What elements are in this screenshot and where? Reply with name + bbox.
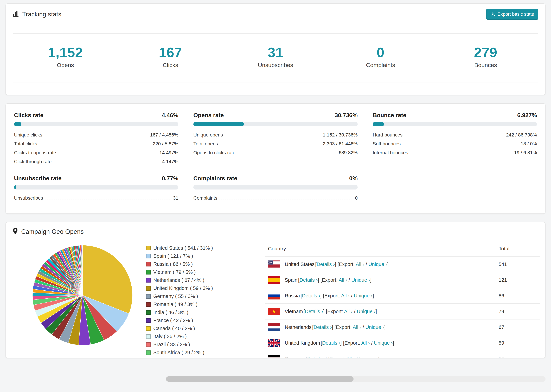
details-link[interactable]: Details › (299, 277, 318, 283)
progress-fill (14, 122, 21, 126)
legend-item: Russia ( 86 / 5% ) (146, 261, 265, 267)
legend-item: South Africa ( 29 / 2% ) (146, 350, 265, 355)
rate-block: Clicks rate 4.46% Unique clicks 167 / 4.… (14, 112, 178, 166)
stat-label: Clicks (118, 62, 223, 68)
rate-row-value: 4.147% (162, 159, 178, 164)
tracking-stats-title: Tracking stats (22, 11, 61, 18)
progress-bar (373, 122, 537, 126)
rate-row-value: 19 / 6.81% (514, 150, 537, 155)
legend-label: Italy ( 36 / 2% ) (153, 334, 187, 339)
progress-bar (14, 122, 178, 126)
country-cell: Vietnam [Details ›] [Export: All › / Uni… (265, 308, 499, 315)
details-link[interactable]: Details › (317, 261, 335, 267)
rate-title: Opens rate (193, 112, 224, 119)
rate-stat-row: Unique opens 1,152 / 30.736% (193, 131, 358, 139)
rate-rows: Complaints 0 (193, 194, 358, 203)
legend-swatch (146, 278, 151, 283)
rate-row-label: Click through rate (14, 159, 51, 164)
legend-swatch (146, 254, 151, 259)
country-column-header: Country (265, 246, 499, 252)
dotted-leader (44, 136, 148, 136)
legend-label: Germany ( 55 / 3% ) (153, 294, 198, 299)
rate-value: 4.46% (162, 112, 178, 119)
rates-grid: Clicks rate 4.46% Unique clicks 167 / 4.… (14, 112, 537, 203)
export-icon (491, 12, 495, 17)
table-row: Germany [Details ›] [Export: All › / Uni… (265, 351, 540, 357)
pie-svg (31, 244, 134, 347)
country-name: United States (285, 261, 315, 267)
stat-box: 31 Unsubscribes (223, 33, 328, 83)
rate-row-value: 14.497% (159, 150, 178, 155)
rate-title: Complaints rate (193, 175, 237, 182)
export-unique-link[interactable]: Unique › (374, 340, 393, 346)
country-name: Spain (285, 277, 297, 283)
export-unique-link[interactable]: Unique › (365, 324, 384, 330)
stats-row: 1,152 Opens 167 Clicks 31 Unsubscribes 0… (13, 33, 538, 83)
country-name: United Kingdom (285, 340, 320, 346)
details-link[interactable]: Details › (313, 324, 332, 330)
progress-bar (193, 122, 358, 126)
export-unique-link[interactable]: Unique › (351, 277, 370, 283)
export-unique-link[interactable]: Unique › (359, 356, 378, 358)
rate-stat-row: Opens to clicks rate 689.82% (193, 148, 358, 157)
export-unique-link[interactable]: Unique › (354, 293, 373, 298)
rate-block: Opens rate 30.736% Unique opens 1,152 / … (193, 112, 358, 166)
legend-item: Germany ( 55 / 3% ) (146, 294, 265, 299)
scrollbar-thumb[interactable] (166, 376, 353, 382)
geo-table-rows: United States [Details ›] [Export: All ›… (265, 257, 540, 357)
row-actions: [Details ›] [Export: All › / Unique ›] (301, 293, 374, 299)
table-row: Netherlands [Details ›] [Export: All › /… (265, 320, 540, 335)
geo-header: Campaign Geo Opens (6, 222, 545, 239)
legend-item: Brazil ( 33 / 2% ) (146, 342, 265, 347)
rate-row-label: Opens to clicks rate (193, 150, 235, 155)
details-link[interactable]: Details › (302, 293, 320, 298)
export-all-link[interactable]: All › (341, 293, 350, 298)
rate-rows: Hard bounces 242 / 86.738% Soft bounces … (373, 131, 537, 157)
details-link[interactable]: Details › (322, 340, 340, 346)
export-all-link[interactable]: All › (361, 340, 370, 346)
legend-item: Italy ( 36 / 2% ) (146, 334, 265, 339)
export-basic-stats-button[interactable]: Export basic stats (486, 9, 538, 20)
export-all-link[interactable]: All › (353, 324, 361, 330)
rate-stat-row: Unique clicks 167 / 4.456% (14, 131, 178, 139)
dotted-leader (225, 136, 321, 136)
progress-fill (193, 122, 244, 126)
geo-title: Campaign Geo Opens (21, 228, 84, 235)
row-actions: [Details ›] [Export: All › / Unique ›] (315, 261, 389, 267)
rate-stat-row: Clicks to opens rate 14.497% (14, 148, 178, 157)
legend-item: United States ( 541 / 31% ) (146, 245, 265, 251)
country-name: Netherlands (285, 324, 311, 330)
legend-item: Spain ( 121 / 7% ) (146, 253, 265, 259)
tracking-header-left: Tracking stats (13, 11, 61, 18)
rate-stat-row: Unsubscribes 31 (14, 194, 178, 203)
rate-row-label: Complaints (193, 195, 217, 201)
country-flag-icon (268, 323, 280, 331)
details-link[interactable]: Details › (307, 356, 325, 358)
details-link[interactable]: Details › (305, 309, 323, 314)
rate-stat-row: Total opens 2,303 / 61.446% (193, 139, 358, 148)
export-all-link[interactable]: All › (356, 261, 364, 267)
legend-swatch (146, 294, 151, 299)
legend-label: United States ( 541 / 31% ) (153, 245, 213, 251)
dotted-leader (238, 154, 337, 154)
export-unique-link[interactable]: Unique › (368, 261, 387, 267)
country-cell: United Kingdom [Details ›] [Export: All … (265, 339, 499, 347)
stat-value: 31 (223, 45, 328, 60)
rate-row-label: Soft bounces (373, 141, 401, 147)
export-all-link[interactable]: All › (346, 356, 355, 358)
total-cell: 541 (499, 261, 540, 267)
export-all-link[interactable]: All › (339, 277, 347, 283)
rate-row-label: Total opens (193, 141, 218, 147)
export-unique-link[interactable]: Unique › (357, 309, 376, 314)
dotted-leader (403, 145, 519, 145)
rate-row-label: Clicks to opens rate (14, 150, 56, 155)
rate-rows: Unique opens 1,152 / 30.736% Total opens… (193, 131, 358, 157)
export-all-link[interactable]: All › (344, 309, 353, 314)
progress-bar (193, 185, 358, 189)
country-name: Germany (285, 356, 305, 358)
rate-row-value: 0 (355, 195, 358, 201)
table-row: United Kingdom [Details ›] [Export: All … (265, 335, 540, 351)
legend-swatch (146, 334, 151, 339)
tracking-stats-header: Tracking stats Export basic stats (6, 4, 545, 25)
row-actions: [Details ›] [Export: All › / Unique ›] (312, 324, 386, 330)
